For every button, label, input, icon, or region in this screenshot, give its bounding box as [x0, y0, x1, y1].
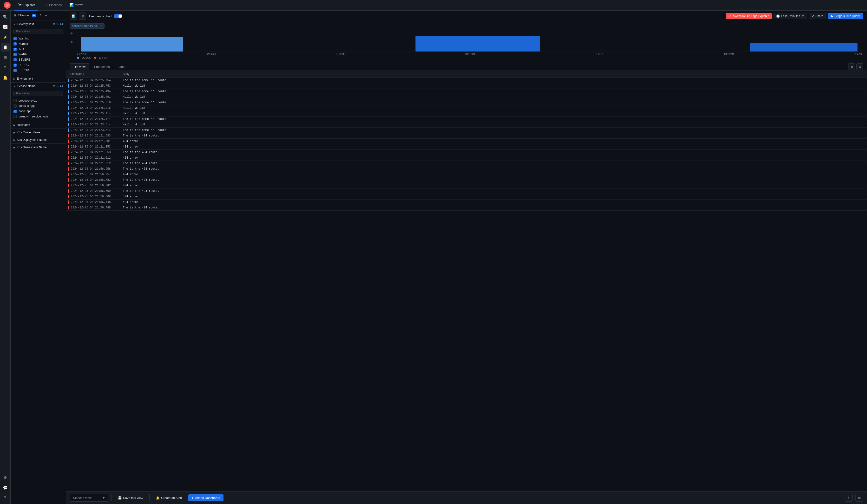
- table-row[interactable]: 2024-12-05 04:21:56.448 The is the 404 r…: [66, 205, 867, 211]
- filter-section-k8s-namespace-header[interactable]: ▶ K8s Namespace Name: [11, 144, 66, 151]
- table-row[interactable]: 2024-12-05 04:22:25.753 Hello, World!: [66, 83, 867, 89]
- table-row[interactable]: 2024-12-05 04:22:25.491 Hello, World!: [66, 94, 867, 100]
- error-checkbox[interactable]: [13, 69, 17, 72]
- service-clear-btn[interactable]: Clear All: [53, 85, 63, 88]
- table-row[interactable]: 2024-12-05 04:22:23.614 Hello, World!: [66, 122, 867, 128]
- table-row[interactable]: 2024-12-05 04:21:56.448 404 error: [66, 199, 867, 205]
- filter-item-debug[interactable]: DEBUG: [11, 62, 66, 68]
- bottom-divider-2: [149, 494, 150, 501]
- filter-item-producer[interactable]: producer-svc1: [11, 98, 66, 103]
- table-row[interactable]: 2024-12-05 04:22:25.315 Hello, World!: [66, 106, 867, 111]
- filter-tag-value: service.name IN no...: [72, 24, 99, 28]
- table-row[interactable]: 2024-12-05 04:21:56.608 404 error: [66, 194, 867, 199]
- table-row[interactable]: 2024-12-05 04:22:21.353 The is the 404 r…: [66, 150, 867, 155]
- info-checkbox[interactable]: [13, 48, 17, 51]
- filter-section-k8s-cluster-header[interactable]: ▶ K8s Cluster Name: [11, 129, 66, 136]
- filter-expand-btn[interactable]: ↔: [44, 13, 48, 18]
- table-row[interactable]: 2024-12-05 04:22:21.012 404 error: [66, 155, 867, 161]
- stage-run-btn[interactable]: ▶ Stage & Run Query: [828, 13, 863, 19]
- sidebar-item-alert[interactable]: ⚡: [1, 33, 10, 41]
- filter-section-environment-header[interactable]: ▶ Environment: [11, 75, 66, 82]
- table-row[interactable]: 2024-12-05 04:22:25.494 The is the home …: [66, 89, 867, 94]
- grid-btn[interactable]: ⊞: [855, 494, 863, 502]
- quarkus-checkbox[interactable]: [13, 105, 17, 108]
- debug-checkbox[interactable]: [13, 64, 17, 67]
- sidebar-item-chat[interactable]: 💬: [1, 483, 10, 492]
- nav-tab-explorer[interactable]: 🔭 Explorer: [14, 0, 38, 11]
- table-row[interactable]: 2024-12-05 04:22:23.614 The is the home …: [66, 128, 867, 133]
- severe-checkbox[interactable]: [13, 58, 17, 62]
- sidebar-item-bell[interactable]: 🔔: [1, 73, 10, 82]
- view-select[interactable]: Select a view ▼: [70, 494, 108, 502]
- service-search-input[interactable]: [13, 91, 63, 96]
- filter-item-warn[interactable]: WARN: [11, 52, 66, 57]
- filter-section-severity-header[interactable]: ▼ Severity Text Clear All: [11, 21, 66, 28]
- table-row[interactable]: 2024-12-05 04:22:21.583 The is the 404 r…: [66, 133, 867, 139]
- filter-refresh-btn[interactable]: ↺: [38, 13, 42, 18]
- producer-checkbox[interactable]: [13, 99, 17, 102]
- filter-section-k8s-deployment-header[interactable]: ▶ K8s Deployment Name: [11, 136, 66, 143]
- filter-section-hostname-header[interactable]: ▶ Hostname: [11, 121, 66, 129]
- hostname-chevron-icon: ▶: [13, 124, 15, 127]
- export-btn[interactable]: ⊞: [848, 63, 855, 70]
- table-row[interactable]: 2024-12-05 04:22:21.012 The is the 404 r…: [66, 161, 867, 166]
- sidebar-item-help[interactable]: ?: [1, 493, 10, 502]
- filter-item-error[interactable]: ERROR: [11, 68, 66, 73]
- table-row[interactable]: 2024-12-05 04:21:56.957 404 error: [66, 172, 867, 177]
- sidebar-item-list[interactable]: ≡: [1, 63, 10, 72]
- nav-tab-views[interactable]: 📊 Views: [66, 0, 86, 11]
- info-btn[interactable]: ℹ: [845, 494, 853, 502]
- table-row[interactable]: 2024-12-05 04:21:56.783 The is the 404 r…: [66, 177, 867, 183]
- view-select-chevron: ▼: [102, 496, 105, 500]
- filter-item-info[interactable]: INFO: [11, 46, 66, 52]
- filter-item-warning[interactable]: Warning: [11, 36, 66, 41]
- filter-section-service-header[interactable]: ▼ Service Name Clear All: [11, 83, 66, 90]
- table-row[interactable]: 2024-12-05 04:21:56.782 404 error: [66, 183, 867, 188]
- add-dashboard-btn[interactable]: + Add to Dashboard: [188, 494, 224, 501]
- nodeapp-checkbox[interactable]: [13, 110, 17, 113]
- filter-item-nodeapp[interactable]: node_app: [11, 109, 66, 114]
- filter-tag-close-btn[interactable]: ×: [101, 24, 103, 28]
- service-title-label: Service Name: [17, 85, 35, 88]
- create-alert-btn[interactable]: 🔔 Create an Alert: [152, 494, 185, 501]
- time-selector[interactable]: 🕐 Last 5 minutes ▼: [773, 13, 807, 19]
- table-row[interactable]: 2024-12-05 04:22:25.316 The is the home …: [66, 100, 867, 106]
- table-view-btn[interactable]: ⊞: [79, 12, 86, 20]
- tab-list-view[interactable]: List view: [70, 63, 89, 70]
- severity-search-input[interactable]: [13, 29, 63, 34]
- nav-tab-pipelines[interactable]: ⟶ Pipelines: [39, 0, 65, 11]
- columns-btn[interactable]: ⊟: [856, 63, 863, 70]
- tab-time-series[interactable]: Time series: [90, 63, 114, 70]
- share-btn[interactable]: ↗ Share: [809, 13, 826, 19]
- table-row[interactable]: 2024-12-05 04:22:25.114 The is the home …: [66, 117, 867, 122]
- app-logo: [4, 2, 11, 9]
- sidebar-item-settings[interactable]: ⚙: [1, 473, 10, 482]
- log-body: 404 error: [119, 183, 867, 188]
- log-timestamp: 2024-12-05 04:22:23.614: [66, 122, 119, 128]
- table-row[interactable]: 2024-12-05 04:21:56.609 The is the 404 r…: [66, 188, 867, 194]
- unknown-checkbox[interactable]: [13, 115, 17, 118]
- filter-item-normal[interactable]: Normal: [11, 41, 66, 46]
- sidebar-item-logs[interactable]: 📋: [1, 43, 10, 52]
- table-row[interactable]: 2024-12-05 04:21:56.958 The is the 404 r…: [66, 166, 867, 172]
- warn-checkbox[interactable]: [13, 53, 17, 56]
- tab-table[interactable]: Table: [114, 63, 129, 70]
- normal-checkbox[interactable]: [13, 42, 17, 45]
- save-view-btn[interactable]: 💾 Save this view: [114, 494, 147, 501]
- sidebar-item-chart[interactable]: 📈: [1, 23, 10, 31]
- table-row[interactable]: 2024-12-05 04:22:21.353 404 error: [66, 144, 867, 150]
- sidebar-item-grid[interactable]: ⊞: [1, 53, 10, 62]
- filter-item-unknown[interactable]: unknown_service:node: [11, 114, 66, 119]
- table-row[interactable]: 2024-12-05 04:22:25.114 Hello, World!: [66, 111, 867, 117]
- old-logs-btn[interactable]: ⚠ Switch to Old Logs Explorer: [726, 13, 772, 19]
- filter-item-quarkus[interactable]: quarkus-app: [11, 103, 66, 109]
- table-row[interactable]: 2024-12-05 04:22:21.581 404 error: [66, 139, 867, 144]
- frequency-toggle[interactable]: [114, 14, 122, 18]
- chart-view-btn[interactable]: 📊: [70, 12, 77, 20]
- table-row[interactable]: 2024-12-05 04:22:25.754 The is the home …: [66, 78, 867, 83]
- severity-clear-btn[interactable]: Clear All: [53, 23, 63, 25]
- warning-checkbox[interactable]: [13, 37, 17, 40]
- log-timestamp: 2024-12-05 04:22:21.583: [66, 133, 119, 139]
- sidebar-item-search[interactable]: 🔍: [1, 12, 10, 21]
- filter-item-severe[interactable]: SEVERE: [11, 57, 66, 62]
